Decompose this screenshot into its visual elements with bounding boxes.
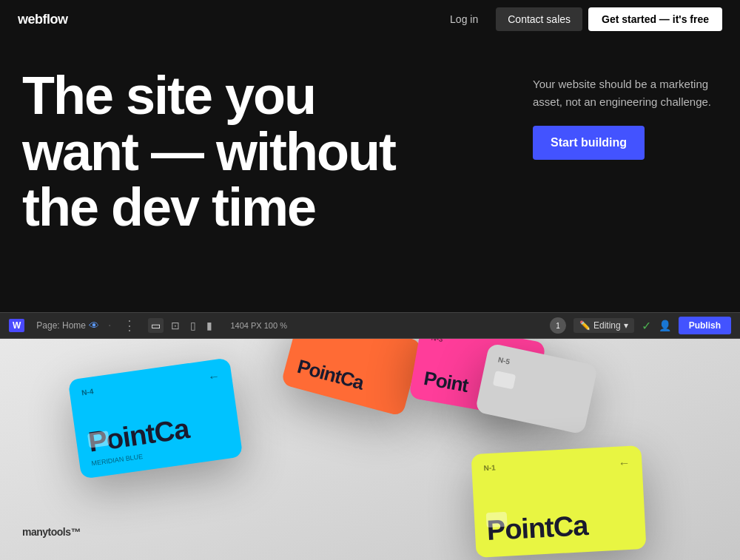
manytools-brand: manytools™ <box>22 526 81 538</box>
card-gray-chip <box>493 371 517 389</box>
editing-mode[interactable]: ✏️ Editing ▾ <box>574 318 634 333</box>
card-yellow-chip <box>486 512 508 527</box>
toolbar-page-info: Page: Home 👁 <box>36 320 99 331</box>
card-yellow-arrow-icon: ← <box>618 456 630 470</box>
login-button[interactable]: Log in <box>438 7 490 31</box>
card-gray: N-5 <box>475 343 598 434</box>
eye-icon[interactable]: 👁 <box>89 320 99 331</box>
showcase-section: N-4 ← PointCa MERIDIAN BLUE N-2 PointCa … <box>0 339 740 560</box>
user-icon: 👤 <box>659 320 671 331</box>
hero-title: The site you want — without the dev time <box>22 68 496 236</box>
card-yellow-label: PointCa <box>486 507 634 547</box>
publish-button[interactable]: Publish <box>679 317 731 334</box>
get-started-button[interactable]: Get started — it's free <box>588 7 722 31</box>
start-building-button[interactable]: Start building <box>533 126 645 160</box>
card-orange-label: PointCa <box>295 355 399 404</box>
page-label: Page: Home <box>36 320 86 331</box>
toolbar: W Page: Home 👁 · ⋮ ▭ ⊡ ▯ ▮ 1404 PX 100 %… <box>0 312 740 339</box>
hero-left: The site you want — without the dev time <box>0 68 518 236</box>
status-check-icon: ✓ <box>642 319 651 333</box>
card-yellow-number: N-1 <box>483 463 496 472</box>
user-avatar[interactable]: 1 <box>550 317 566 334</box>
card-blue-number: N-4 <box>81 387 93 397</box>
card-blue: N-4 ← PointCa MERIDIAN BLUE <box>68 357 243 479</box>
toolbar-logo-icon: W <box>9 319 24 332</box>
toolbar-right: 1 ✏️ Editing ▾ ✓ 👤 Publish <box>550 317 731 334</box>
nav-right: Log in Contact sales Get started — it's … <box>438 7 722 31</box>
card-blue-arrow-icon: ← <box>207 369 221 384</box>
card-yellow: N-1 ← PointCa <box>471 445 646 558</box>
card-gray-number: N-5 <box>497 355 511 365</box>
editing-label: Editing <box>593 320 621 331</box>
more-options-icon[interactable]: ⋮ <box>123 317 136 334</box>
nav-logo: webflow <box>18 12 68 27</box>
toolbar-separator: · <box>108 319 111 332</box>
device-switcher: ▭ ⊡ ▯ ▮ <box>148 318 215 333</box>
hero-right: Your website should be a marketing asset… <box>518 68 740 160</box>
mobile-large-device-button[interactable]: ▯ <box>187 318 199 333</box>
desktop-device-button[interactable]: ▭ <box>148 318 164 333</box>
pencil-icon: ✏️ <box>579 320 591 331</box>
tablet-device-button[interactable]: ⊡ <box>168 318 183 333</box>
hero-description: Your website should be a marketing asset… <box>533 75 718 111</box>
manytools-logo: manytools™ <box>22 526 81 538</box>
canvas-size: 1404 PX 100 % <box>230 321 286 330</box>
mobile-small-device-button[interactable]: ▮ <box>204 318 215 333</box>
card-blue-chip <box>87 431 110 448</box>
hero-section: The site you want — without the dev time… <box>0 38 740 312</box>
card-pink-number: N-3 <box>431 339 444 343</box>
card-orange: N-2 PointCa <box>280 339 422 416</box>
contact-sales-button[interactable]: Contact sales <box>496 7 582 31</box>
navbar: webflow Log in Contact sales Get started… <box>0 0 740 38</box>
chevron-down-icon: ▾ <box>624 320 628 331</box>
